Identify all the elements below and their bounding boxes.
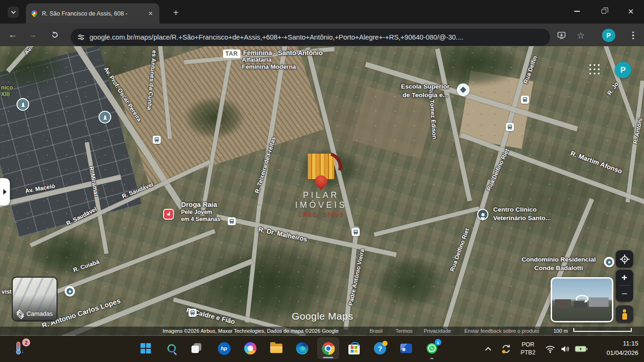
- transit-stop-marker[interactable]: [604, 257, 614, 267]
- whatsapp-badge: 1: [435, 339, 441, 346]
- volume-indicator[interactable]: [559, 336, 572, 362]
- attribution-link-termos[interactable]: Termos: [396, 328, 413, 334]
- attribution-link-feedback[interactable]: Enviar feedback sobre o produto: [464, 328, 539, 334]
- zoom-in-button[interactable]: +: [616, 270, 633, 285]
- attribution-link-brasil[interactable]: Brasil: [370, 328, 383, 334]
- droga-raia-sub1: Pele Jovem: [181, 209, 220, 215]
- browser-menu-button[interactable]: [626, 28, 640, 42]
- search-button[interactable]: [161, 337, 182, 359]
- veterinary-poi-icon[interactable]: [477, 209, 488, 220]
- zoom-out-button[interactable]: −: [616, 286, 633, 301]
- chrome-button-active[interactable]: [317, 337, 339, 359]
- microsoft-store-button[interactable]: [343, 337, 365, 359]
- edge-button[interactable]: [291, 337, 313, 359]
- graduation-cap-icon: [460, 86, 467, 93]
- tab-title: R. São Francisco de Assis, 608 -: [42, 10, 143, 17]
- restore-button[interactable]: [591, 0, 617, 23]
- place-label-condominio[interactable]: Condomínio Residencial Conde Badalotti: [521, 255, 596, 272]
- outlook-button[interactable]: [395, 337, 417, 359]
- bookmark-star-icon[interactable]: ☆: [574, 28, 588, 42]
- droga-raia-title: Droga Raia: [181, 201, 220, 209]
- cemetery-icon[interactable]: [17, 98, 29, 111]
- tab-close-icon[interactable]: ×: [147, 9, 155, 18]
- file-explorer-button[interactable]: [265, 337, 287, 359]
- streetview-house: [589, 297, 609, 307]
- profile-avatar[interactable]: P: [602, 29, 615, 42]
- bus-stop-icon[interactable]: [189, 309, 197, 317]
- language-indicator[interactable]: POR PTB2: [517, 336, 539, 362]
- task-view-button[interactable]: [187, 337, 209, 359]
- reload-button[interactable]: [47, 27, 62, 42]
- minimize-button[interactable]: [564, 0, 590, 23]
- bus-stop-icon[interactable]: [153, 136, 161, 144]
- park-label: nico XIII: [1, 85, 13, 98]
- layers-button[interactable]: Camadas: [12, 277, 58, 321]
- three-dot-icon: [632, 32, 634, 40]
- address-bar[interactable]: google.com.br/maps/place/R.+São+Francisc…: [71, 29, 550, 46]
- weather-widget[interactable]: ↓ 2: [8, 337, 32, 359]
- arrow-down-icon: ↓: [21, 347, 25, 354]
- google-maps-pin-icon: [31, 10, 38, 17]
- cemetery-icon[interactable]: [99, 111, 111, 123]
- windows-logo-icon: [140, 343, 151, 354]
- battery-indicator[interactable]: [573, 336, 589, 362]
- hp-app-button[interactable]: hp: [213, 337, 235, 359]
- chevron-down-icon: [11, 9, 16, 14]
- account-avatar[interactable]: P: [615, 62, 631, 78]
- zoom-control: + −: [616, 270, 633, 302]
- bus-stop-icon[interactable]: [506, 123, 514, 131]
- attribution-bar: Imagens ©2026 Airbus, Maxar Technologies…: [0, 327, 644, 335]
- sync-status-icon[interactable]: [498, 336, 514, 362]
- place-label-feminina[interactable]: Feminina - Santo Antônio: [243, 49, 322, 57]
- clock-widget[interactable]: 11:15 01/04/2026: [606, 339, 638, 358]
- start-button[interactable]: [135, 337, 157, 359]
- place-label-escola[interactable]: Escola Superior de Teologia e...: [401, 82, 450, 99]
- attribution-link-privacidade[interactable]: Privacidade: [424, 328, 451, 334]
- alfaiataria-line1: Alfaiataria: [242, 57, 296, 64]
- education-poi-icon[interactable]: [457, 83, 470, 96]
- bus-stop-icon[interactable]: [228, 217, 236, 225]
- centro-line2: Veterinário Santo...: [493, 214, 551, 222]
- screen: R. São Francisco de Assis, 608 - × + × ←…: [0, 0, 644, 362]
- back-button[interactable]: ←: [5, 27, 20, 42]
- transit-stop-marker[interactable]: [65, 286, 75, 296]
- notification-pill: [430, 358, 434, 359]
- browser-tab[interactable]: R. São Francisco de Assis, 608 - ×: [26, 3, 159, 24]
- pharmacy-poi-icon[interactable]: [163, 209, 174, 220]
- forward-button[interactable]: →: [25, 27, 40, 42]
- bus-stop-icon[interactable]: [521, 96, 529, 104]
- map-canvas[interactable]: Av. es Antunes da Cunha Av. Prof. Oscar …: [0, 46, 644, 336]
- monument-glyph: [102, 115, 108, 120]
- bus-glyph: [229, 219, 234, 224]
- minimize-icon: [574, 11, 580, 12]
- mortar-pestle-icon: [165, 211, 172, 217]
- new-tab-button[interactable]: +: [170, 7, 182, 19]
- place-label-centro-clinico[interactable]: Centro Clínico Veterinário Santo...: [493, 206, 551, 222]
- url-text: google.com.br/maps/place/R.+São+Francisc…: [90, 33, 463, 41]
- place-label-alfaiataria[interactable]: Alfaiataria Feminina Moderna: [242, 57, 296, 71]
- tab-search-button[interactable]: [8, 7, 19, 18]
- pegman-button[interactable]: [616, 305, 633, 323]
- install-app-button[interactable]: [554, 28, 569, 42]
- condominio-line1: Condomínio Residencial: [521, 255, 596, 264]
- street-view-thumbnail[interactable]: [551, 277, 613, 322]
- bus-glyph: [507, 124, 512, 130]
- tray-overflow-button[interactable]: [482, 336, 494, 362]
- hp-label: hp: [221, 346, 227, 351]
- whatsapp-button[interactable]: 1: [421, 337, 443, 359]
- marker-ring: [66, 288, 73, 295]
- escola-line2: de Teologia e...: [401, 91, 450, 99]
- place-label-droga-raia[interactable]: Droga Raia Pele Jovem em 4 Semanas: [181, 201, 220, 222]
- my-location-button[interactable]: [616, 250, 633, 268]
- google-apps-grid-icon[interactable]: [589, 64, 601, 75]
- side-panel-expand-button[interactable]: [0, 178, 10, 206]
- install-icon: [557, 31, 566, 40]
- locate-icon: [619, 254, 630, 264]
- bus-stop-icon[interactable]: [352, 228, 360, 236]
- close-window-button[interactable]: ×: [618, 0, 644, 23]
- copilot-button[interactable]: [239, 337, 261, 359]
- wifi-indicator[interactable]: [543, 336, 557, 362]
- get-help-button[interactable]: ?: [369, 337, 391, 359]
- avatar-initial: P: [620, 66, 626, 75]
- tar-box-label[interactable]: TAR: [223, 49, 240, 58]
